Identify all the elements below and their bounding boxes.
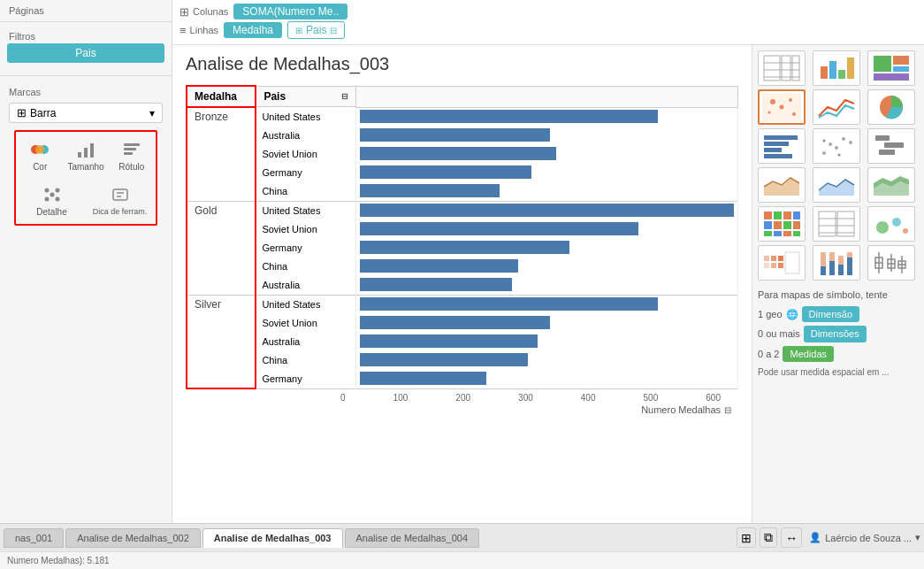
marcas-top-grid: Cor Tamanho [19, 135, 152, 175]
viz-thumb-pie-chart[interactable] [867, 89, 915, 125]
tamanho-button[interactable]: Tamanho [64, 135, 107, 175]
cor-button[interactable]: Cor [19, 135, 60, 175]
user-dropdown-icon[interactable]: ▾ [915, 532, 920, 543]
viz-thumb-area-chart-2[interactable] [813, 167, 860, 203]
svg-rect-55 [793, 211, 800, 219]
detalhe-button[interactable]: Detalhe [19, 181, 84, 220]
dimensao-chip[interactable]: Dimensão [802, 306, 860, 323]
viz-thumb-boxplot[interactable] [867, 245, 915, 281]
medal-cell [187, 239, 256, 258]
svg-rect-3 [78, 152, 81, 158]
svg-rect-5 [90, 143, 94, 158]
right-panel: Para mapas de símbolo, tente 1 geo 🌐 Dim… [752, 45, 924, 523]
tab-nas_001[interactable]: nas_001 [4, 528, 64, 548]
a-2-label: 0 a 2 [758, 347, 779, 362]
svg-rect-62 [783, 231, 791, 236]
rotulo-icon [121, 139, 142, 160]
table-row: Australia [187, 127, 738, 145]
soma-chip[interactable]: SOMA(Numero Me.. [233, 4, 347, 19]
svg-rect-14 [113, 189, 127, 200]
svg-point-48 [838, 154, 841, 157]
paginas-label: Páginas [0, 0, 172, 18]
viz-thumb-bar-chart-2[interactable] [813, 245, 860, 281]
pais-filter-chip[interactable]: Pais [7, 43, 164, 63]
medalha-col-header: Medalha [187, 86, 256, 107]
dica-button[interactable]: Dica de ferram. [88, 181, 152, 220]
svg-rect-7 [124, 148, 136, 150]
pais-chip[interactable]: ⊞ Pais ⊟ [287, 21, 345, 39]
viz-thumb-scatter[interactable] [813, 128, 860, 164]
viz-thumb-line-chart[interactable] [813, 89, 860, 125]
bar-cell [356, 258, 738, 276]
barra-dropdown[interactable]: ⊞ Barra ▾ [9, 103, 163, 123]
viz-thumb-map-active[interactable] [758, 89, 806, 125]
viz-thumb-heat-map[interactable] [758, 206, 806, 242]
left-sidebar: Páginas Filtros Pais Marcas ⊞ Barra ▾ [0, 0, 172, 523]
viz-thumb-horiz-bar[interactable] [758, 128, 806, 164]
viz-thumb-bar-chart[interactable] [813, 50, 860, 86]
tab-analise-de-medalhas_004[interactable]: Analise de Medalhas_004 [345, 528, 480, 548]
bar-cell [356, 164, 738, 182]
linhas-row: ≡ Linhas Medalha ⊞ Pais ⊟ [179, 21, 347, 39]
viz-thumb-bubble[interactable] [867, 206, 915, 242]
bar-cell [356, 182, 738, 202]
bar-cell [356, 201, 738, 220]
table-row: China [187, 351, 738, 370]
svg-point-9 [44, 188, 49, 193]
svg-rect-4 [84, 148, 88, 158]
user-icon: 👤 [809, 532, 821, 543]
medal-cell [187, 164, 256, 182]
tab-analise-de-medalhas_003[interactable]: Analise de Medalhas_003 [202, 528, 343, 548]
svg-rect-76 [771, 263, 776, 268]
dica-label: Dica de ferram. [93, 207, 148, 216]
duplicate-sheet-button[interactable]: ⧉ [760, 527, 777, 548]
svg-point-2 [35, 145, 44, 154]
country-cell: Australia [256, 333, 355, 351]
bar-cell [356, 239, 738, 258]
table-row: Australia [187, 333, 738, 351]
geo-label: 1 geo [758, 307, 783, 322]
chart-title: Analise de Medalhas_003 [186, 54, 738, 74]
geo-icon: 🌐 [786, 307, 798, 322]
dimensoes-chip[interactable]: Dimensões [804, 326, 867, 342]
svg-rect-51 [879, 150, 895, 155]
extra-hint: Pode usar medida espacial em ... [758, 365, 919, 379]
viz-thumb-gantt[interactable] [867, 128, 915, 164]
viz-thumb-table-2[interactable] [813, 206, 860, 242]
viz-thumb-stacked-area[interactable] [867, 167, 915, 203]
viz-thumb-text-table[interactable] [758, 50, 806, 86]
svg-point-70 [892, 218, 901, 227]
viz-thumb-area-chart[interactable] [758, 167, 806, 203]
country-cell: Soviet Union [256, 145, 355, 164]
move-sheet-button[interactable]: ↔ [781, 527, 802, 548]
medalha-chip[interactable]: Medalha [224, 22, 282, 38]
svg-rect-53 [774, 211, 782, 219]
linhas-label: ≡ Linhas [179, 24, 218, 37]
svg-point-32 [770, 99, 775, 104]
svg-rect-8 [124, 152, 133, 155]
pais-filter-icon: ⊟ [330, 26, 337, 35]
svg-point-34 [789, 98, 792, 102]
svg-rect-80 [821, 252, 826, 266]
tabs-container: nas_001Analise de Medalhas_002Analise de… [4, 528, 479, 548]
status-text: Numero Medalhas): 5.181 [7, 556, 110, 565]
rotulo-label: Rótulo [118, 162, 144, 172]
barra-icon: ⊞ [17, 106, 27, 119]
medidas-chip[interactable]: Medidas [783, 346, 834, 363]
table-row: Soviet Union [187, 314, 738, 333]
svg-rect-24 [829, 61, 836, 79]
viz-thumb-treemap[interactable] [867, 50, 915, 86]
country-cell: China [256, 351, 355, 370]
svg-rect-56 [764, 221, 772, 229]
table-row: China [187, 258, 738, 276]
colunas-label: ⊞ Colunas [179, 5, 228, 19]
viz-thumb-heatmap-2[interactable] [758, 245, 806, 281]
rotulo-button[interactable]: Rótulo [111, 135, 152, 175]
bar-cell [356, 351, 738, 370]
add-sheet-button[interactable]: ⊞ [737, 527, 756, 548]
svg-rect-86 [847, 252, 852, 258]
svg-rect-72 [764, 256, 769, 261]
svg-rect-23 [821, 66, 828, 79]
svg-rect-28 [893, 56, 909, 65]
tab-analise-de-medalhas_002[interactable]: Analise de Medalhas_002 [65, 528, 201, 548]
